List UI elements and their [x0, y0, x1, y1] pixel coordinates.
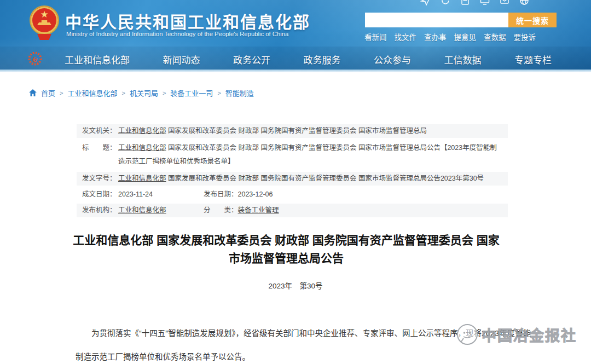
nav-item-topics[interactable]: 专题专栏	[514, 53, 552, 66]
banner-bottom-edge	[0, 70, 591, 72]
main-nav: 工业和信息化部 新闻动态 政务公开 政务服务 公众参与 工信数据 专题专栏	[65, 53, 552, 66]
nav-item-participation[interactable]: 公众参与	[374, 53, 411, 66]
announcement-number: 2023年 第30号	[0, 280, 591, 291]
wechat-icon	[455, 322, 480, 347]
meta-row-publisher: 发布机构： 工业和信息化部分 类：装备工业管理	[77, 204, 508, 217]
meta-link-miit[interactable]: 工业和信息化部	[118, 144, 166, 152]
emblem-ribbon	[37, 34, 51, 40]
meta-row-dates: 成文日期： 2023-11-24发布日期：2023-12-06	[77, 188, 508, 201]
quick-link-suggest[interactable]: 提意见	[454, 31, 477, 42]
meta-label: 发文字号：	[82, 174, 118, 183]
publish-date: 2023-12-06	[238, 190, 273, 198]
quick-link-services[interactable]: 查办事	[424, 31, 447, 42]
nav-item-news[interactable]: 新闻动态	[163, 53, 200, 66]
breadcrumb-home[interactable]: 首页	[41, 88, 55, 98]
watermark-text: 中国冶金报社	[482, 324, 577, 345]
miit-e-logo-icon: e	[27, 51, 43, 66]
breadcrumb-separator: >	[121, 90, 125, 96]
national-emblem-icon: ★	[30, 5, 60, 42]
written-date: 2023-11-24	[118, 190, 204, 199]
meta-link-miit[interactable]: 工业和信息化部	[118, 175, 166, 182]
meta-value-text: 国家发展和改革委员会 财政部 国务院国有资产监督管理委员会 国家市场监督管理总局…	[166, 175, 484, 182]
breadcrumb-separator: >	[217, 90, 221, 96]
quick-link-data[interactable]: 查数据	[484, 31, 506, 42]
quick-links: 看新闻 找文件 查办事 提意见 查数据 要投诉	[364, 31, 536, 42]
meta-link-miit[interactable]: 工业和信息化部	[118, 206, 204, 215]
meta-value: 2023-11-24发布日期：2023-12-06	[118, 190, 502, 199]
page: ★ 中华人民共和国工业和信息化部 Ministry of Industry an…	[0, 0, 591, 364]
meta-label: 发布日期：	[204, 190, 238, 198]
nav-item-gov-service[interactable]: 政务服务	[304, 53, 341, 66]
mail-icon[interactable]	[499, 0, 510, 6]
meta-row-title: 标 题： 工业和信息化部 国家发展和改革委员会 财政部 国务院国有资产监督管理委…	[77, 140, 508, 170]
search-input[interactable]	[365, 13, 508, 27]
share-icon[interactable]	[420, 0, 431, 6]
meta-label: 标 题：	[82, 141, 118, 155]
globe-icon[interactable]	[519, 0, 530, 6]
home-icon	[29, 89, 37, 96]
quick-link-files[interactable]: 找文件	[395, 31, 417, 42]
breadcrumb-miit[interactable]: 工业和信息化部	[67, 88, 117, 98]
nav-item-data[interactable]: 工信数据	[444, 53, 482, 66]
meta-value: 工业和信息化部 国家发展和改革委员会 财政部 国务院国有资产监督管理委员会 国家…	[118, 126, 502, 136]
announcement-title-line1: 工业和信息化部 国家发展和改革委员会 财政部 国务院国有资产监督管理委员会 国家	[65, 231, 508, 249]
site-title: 中华人民共和国工业和信息化部	[65, 9, 310, 33]
quick-link-complaint[interactable]: 要投诉	[514, 31, 536, 42]
refresh-icon[interactable]	[440, 0, 451, 6]
document-meta-table: 发文机关： 工业和信息化部 国家发展和改革委员会 财政部 国务院国有资产监督管理…	[77, 124, 508, 219]
watermark: 中国冶金报社	[455, 322, 577, 347]
meta-value: 工业和信息化部 国家发展和改革委员会 财政部 国务院国有资产监督管理委员会 国家…	[118, 174, 502, 183]
meta-value: 工业和信息化部 国家发展和改革委员会 财政部 国务院国有资产监督管理委员会 国家…	[118, 141, 502, 169]
search-button[interactable]: 统一搜索	[508, 13, 557, 27]
breadcrumb-smart-manufacturing[interactable]: 智能制造	[225, 88, 254, 98]
nav-item-miit[interactable]: 工业和信息化部	[65, 53, 130, 66]
announcement-title: 工业和信息化部 国家发展和改革委员会 财政部 国务院国有资产监督管理委员会 国家…	[65, 231, 508, 267]
monitor-icon[interactable]	[479, 0, 490, 6]
meta-label: 发文机关：	[82, 126, 118, 136]
meta-value: 工业和信息化部分 类：装备工业管理	[118, 206, 502, 215]
meta-value-text: 国家发展和改革委员会 财政部 国务院国有资产监督管理委员会 国家市场监督管理总局	[166, 127, 427, 135]
breadcrumb-departments[interactable]: 机关司局	[130, 88, 158, 98]
meta-link-category[interactable]: 装备工业管理	[238, 206, 279, 214]
breadcrumb: 首页 > 工业和信息化部 > 机关司局 > 装备工业一司 > 智能制造	[29, 88, 254, 98]
meta-label: 发布机构：	[82, 206, 118, 215]
site-subtitle: Ministry of Industry and Information Tec…	[66, 31, 288, 37]
announcement-title-line2: 市场监督管理总局公告	[65, 249, 508, 267]
meta-link-miit[interactable]: 工业和信息化部	[118, 127, 166, 135]
breadcrumb-separator: >	[60, 90, 63, 96]
meta-label: 成文日期：	[82, 190, 118, 199]
site-header: ★ 中华人民共和国工业和信息化部 Ministry of Industry an…	[0, 0, 591, 70]
breadcrumb-separator: >	[163, 90, 166, 96]
top-toolbar	[420, 0, 530, 6]
meta-row-issuing-agency: 发文机关： 工业和信息化部 国家发展和改革委员会 财政部 国务院国有资产监督管理…	[77, 124, 508, 138]
breadcrumb-equipment-bureau[interactable]: 装备工业一司	[170, 88, 213, 98]
meta-row-doc-number: 发文字号： 工业和信息化部 国家发展和改革委员会 财政部 国务院国有资产监督管理…	[77, 172, 508, 186]
emblem-star: ★	[30, 10, 59, 19]
quick-link-news[interactable]: 看新闻	[364, 31, 387, 42]
nav-item-gov-open[interactable]: 政务公开	[233, 53, 270, 66]
meta-label: 分 类：	[204, 206, 238, 214]
host-icon[interactable]	[460, 0, 471, 6]
search-box: 统一搜索	[365, 13, 557, 27]
meta-value-text: 国家发展和改革委员会 财政部 国务院国有资产监督管理委员会 国家市场监督管理总局…	[118, 144, 497, 165]
